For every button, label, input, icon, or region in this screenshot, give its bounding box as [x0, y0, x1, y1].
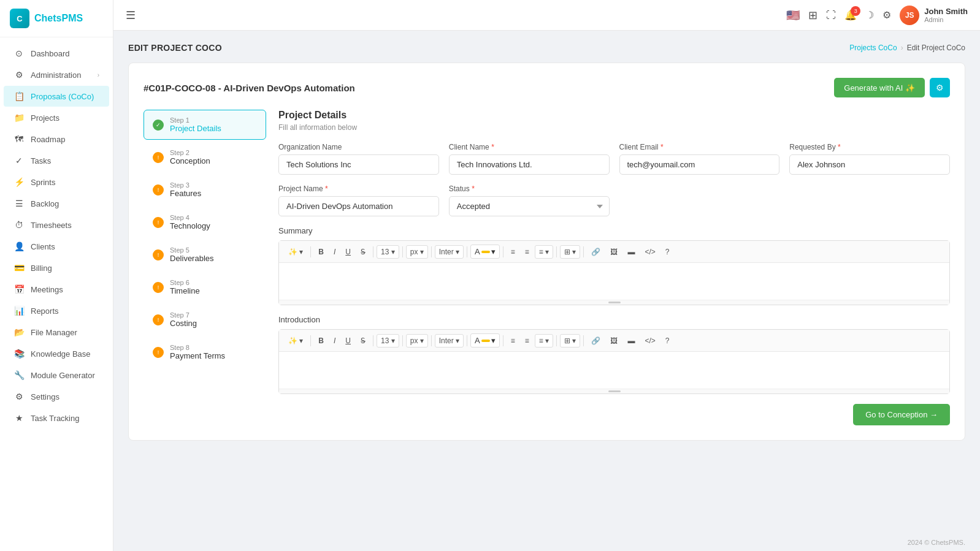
summary-resize-handle[interactable] — [279, 300, 949, 305]
sidebar-item-sprints[interactable]: ⚡Sprints — [4, 172, 109, 192]
intro-toolbar-ul-btn[interactable]: ≡ — [507, 334, 519, 348]
breadcrumb-parent[interactable]: Projects CoCo — [849, 44, 897, 52]
apps-icon[interactable]: ⊞ — [808, 9, 817, 22]
org-name-input[interactable] — [278, 154, 439, 175]
intro-toolbar-ol-btn[interactable]: ≡ — [521, 334, 534, 348]
go-to-conception-button[interactable]: Go to Conception → — [853, 404, 950, 425]
sidebar-item-dashboard[interactable]: ⊙Dashboard — [4, 43, 109, 64]
step-item-4[interactable]: !Step 4Technology — [144, 207, 266, 237]
intro-toolbar-align-dropdown[interactable]: ≡ ▾ — [535, 334, 553, 348]
toolbar-ol-btn[interactable]: ≡ — [521, 245, 534, 259]
generate-ai-button[interactable]: Generate with AI ✨ — [834, 78, 925, 97]
summary-body[interactable] — [279, 263, 949, 300]
menu-toggle-button[interactable]: ☰ — [126, 9, 136, 22]
toolbar-help-btn[interactable]: ? — [661, 245, 674, 259]
language-selector[interactable]: 🇺🇸 — [786, 9, 800, 22]
intro-toolbar-fontsize-dropdown[interactable]: 13 ▾ — [377, 334, 399, 348]
sidebar-item-timesheets[interactable]: ⏱Timesheets — [4, 215, 109, 235]
user-menu[interactable]: JS John Smith Admin — [900, 6, 968, 25]
notifications-icon[interactable]: 🔔 3 — [844, 9, 857, 21]
intro-toolbar-help-btn[interactable]: ? — [661, 334, 674, 348]
toolbar-strikethrough-btn[interactable]: S̶ — [356, 245, 370, 259]
sidebar-item-label-tasks: Tasks — [31, 156, 51, 165]
toolbar-codeblock-btn[interactable]: </> — [640, 245, 659, 259]
sidebar-item-administration[interactable]: ⚙Administration› — [4, 64, 109, 85]
toolbar-font-dropdown[interactable]: Inter ▾ — [435, 245, 464, 259]
intro-toolbar-codeblock-btn[interactable]: </> — [640, 334, 659, 348]
step-item-8[interactable]: !Step 8Payment Terms — [144, 337, 266, 367]
sidebar-item-knowledge-base[interactable]: 📚Knowledge Base — [4, 343, 109, 364]
requested-by-input[interactable] — [789, 154, 950, 175]
logo-icon: C — [10, 9, 29, 28]
toolbar-fontsize-dropdown[interactable]: 13 ▾ — [377, 245, 399, 259]
sidebar-item-meetings[interactable]: 📅Meetings — [4, 279, 109, 300]
sprints-icon: ⚡ — [13, 177, 25, 187]
status-group: Status * Accepted Pending In Progress Co… — [449, 184, 610, 216]
step-dot-6: ! — [153, 282, 164, 293]
step-item-2[interactable]: !Step 2Conception — [144, 142, 266, 172]
sidebar-item-reports[interactable]: 📊Reports — [4, 300, 109, 321]
intro-toolbar-color-btn[interactable]: A ▾ — [470, 333, 500, 348]
sidebar-item-module-generator[interactable]: 🔧Module Generator — [4, 365, 109, 386]
form-panel: Project Details Fill all information bel… — [278, 110, 950, 425]
sidebar-item-projects[interactable]: 📁Projects — [4, 107, 109, 128]
sidebar-item-file-manager[interactable]: 📂File Manager — [4, 322, 109, 343]
client-name-label: Client Name * — [449, 143, 610, 151]
toolbar-color-btn[interactable]: A ▾ — [470, 245, 500, 259]
sidebar-item-settings[interactable]: ⚙Settings — [4, 386, 109, 407]
client-email-input[interactable] — [619, 154, 780, 175]
intro-toolbar-italic-btn[interactable]: I — [329, 334, 340, 348]
sidebar-item-proposals[interactable]: 📋Proposals (CoCo) — [4, 86, 109, 107]
step-item-3[interactable]: !Step 3Features — [144, 175, 266, 205]
intro-toolbar-link-btn[interactable]: 🔗 — [587, 334, 605, 348]
status-label: Status * — [449, 184, 610, 193]
sidebar-item-backlog[interactable]: ☰Backlog — [4, 193, 109, 214]
toolbar-embed-btn[interactable]: ▬ — [623, 245, 639, 259]
intro-toolbar-strike-btn[interactable]: S̶ — [356, 334, 370, 348]
theme-toggle-icon[interactable]: ☽ — [865, 9, 874, 21]
intro-body[interactable] — [279, 352, 949, 389]
sidebar-item-roadmap[interactable]: 🗺Roadmap — [4, 129, 109, 150]
client-name-input[interactable] — [449, 154, 610, 175]
sidebar-item-label-backlog: Backlog — [31, 199, 59, 208]
intro-toolbar-image-btn[interactable]: 🖼 — [606, 334, 622, 348]
sidebar-item-tasks[interactable]: ✓Tasks — [4, 150, 109, 171]
form-layout: ✓Step 1Project Details!Step 2Conception!… — [144, 110, 950, 425]
project-name-input[interactable] — [278, 196, 439, 216]
sidebar-item-label-proposals: Proposals (CoCo) — [31, 92, 94, 101]
card-settings-button[interactable]: ⚙ — [930, 78, 950, 97]
sidebar: C ChetsPMS ⊙Dashboard⚙Administration›📋Pr… — [0, 0, 113, 551]
toolbar-unit-dropdown[interactable]: px ▾ — [406, 245, 428, 259]
sidebar-item-billing[interactable]: 💳Billing — [4, 257, 109, 278]
sidebar-item-task-tracking[interactable]: ★Task Tracking — [4, 408, 109, 428]
toolbar-link-btn[interactable]: 🔗 — [587, 245, 605, 259]
settings-icon[interactable]: ⚙ — [882, 9, 891, 21]
intro-toolbar-embed-btn[interactable]: ▬ — [623, 334, 639, 348]
toolbar-image-btn[interactable]: 🖼 — [606, 245, 622, 259]
intro-toolbar-table-dropdown[interactable]: ⊞ ▾ — [560, 334, 580, 348]
project-card: #C01P-COCO-08 - AI-Driven DevOps Automat… — [128, 63, 965, 441]
status-select[interactable]: Accepted Pending In Progress Completed R… — [449, 196, 610, 216]
sidebar-item-clients[interactable]: 👤Clients — [4, 236, 109, 257]
toolbar-align-dropdown[interactable]: ≡ ▾ — [535, 245, 553, 259]
toolbar-underline-btn[interactable]: U — [341, 245, 355, 259]
step-item-5[interactable]: !Step 5Deliverables — [144, 240, 266, 270]
toolbar-ul-btn[interactable]: ≡ — [507, 245, 519, 259]
roadmap-icon: 🗺 — [13, 134, 25, 144]
intro-toolbar-magic-btn[interactable]: ✨ ▾ — [284, 334, 307, 348]
fullscreen-icon[interactable]: ⛶ — [826, 10, 836, 21]
step-item-1[interactable]: ✓Step 1Project Details — [144, 110, 266, 140]
topbar: ☰ 🇺🇸 ⊞ ⛶ 🔔 3 ☽ ⚙ JS John Smith Admin — [113, 0, 980, 31]
intro-toolbar-unit-dropdown[interactable]: px ▾ — [406, 334, 428, 348]
step-item-7[interactable]: !Step 7Costing — [144, 305, 266, 335]
toolbar-italic-btn[interactable]: I — [329, 245, 340, 259]
step-item-6[interactable]: !Step 6Timeline — [144, 272, 266, 302]
intro-toolbar-font-dropdown[interactable]: Inter ▾ — [435, 334, 464, 348]
intro-toolbar-bold-btn[interactable]: B — [314, 334, 328, 348]
toolbar-table-dropdown[interactable]: ⊞ ▾ — [560, 245, 580, 259]
intro-resize-handle[interactable] — [279, 389, 949, 393]
toolbar-bold-btn[interactable]: B — [314, 245, 328, 259]
intro-toolbar-underline-btn[interactable]: U — [341, 334, 355, 348]
toolbar-magic-btn[interactable]: ✨ ▾ — [284, 245, 307, 259]
administration-icon: ⚙ — [13, 70, 25, 80]
